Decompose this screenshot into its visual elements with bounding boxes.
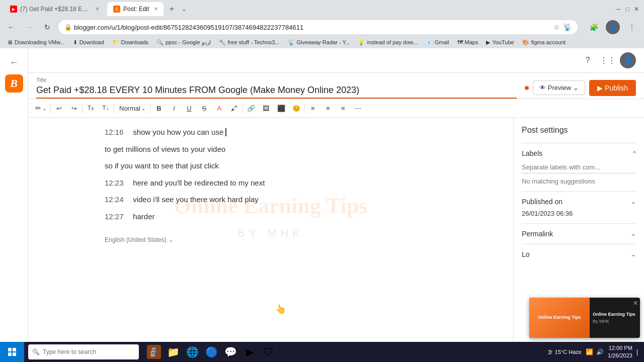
forward-button[interactable]: →: [22, 20, 36, 34]
published-section-header[interactable]: Published on ⌄: [522, 198, 636, 206]
lo-section-label: Lo: [522, 250, 530, 258]
profile-icon[interactable]: 👤: [606, 20, 620, 34]
bold-button[interactable]: B: [152, 101, 166, 115]
lo-section: Lo ⌄: [522, 244, 636, 264]
back-button[interactable]: ←: [4, 20, 18, 34]
emoji-button[interactable]: 😊: [289, 101, 303, 115]
list-bullet-button[interactable]: ≡: [321, 101, 335, 115]
bookmark-figma[interactable]: 🎨 figma account: [519, 38, 569, 47]
redo-button[interactable]: ↪: [67, 101, 81, 115]
post-title-input[interactable]: [36, 83, 517, 99]
undo-button[interactable]: ↩: [52, 101, 66, 115]
new-tab-button[interactable]: +: [166, 3, 178, 15]
minimize-button[interactable]: ─: [615, 6, 622, 13]
underline-button[interactable]: U: [182, 101, 196, 115]
video-channel-name: Online Earning Tips: [593, 312, 637, 318]
image-button[interactable]: 🖼: [259, 101, 273, 115]
taskbar-clock[interactable]: 12:00 PM 1/26/2023: [608, 344, 632, 360]
timestamp-4: 12:23: [105, 176, 131, 190]
volume-icon[interactable]: 🔊: [596, 348, 604, 355]
paragraph-style-dropdown[interactable]: Normal ⌄: [115, 104, 149, 113]
taskbar-search-icon: 🔍: [32, 348, 40, 355]
video-close-button[interactable]: ✕: [633, 300, 638, 307]
link-button[interactable]: 🔗: [244, 101, 258, 115]
bookmark-download[interactable]: ⬇ Download: [70, 38, 107, 47]
bookmark-vmware[interactable]: 🖥 Downloading VMw...: [4, 38, 68, 46]
labels-input[interactable]: [522, 161, 636, 173]
tab1-close[interactable]: ×: [96, 6, 99, 13]
video-channel-sub: By MHK: [593, 319, 637, 324]
maximize-button[interactable]: □: [624, 6, 631, 13]
blogger-logo[interactable]: B: [5, 74, 23, 93]
italic-button[interactable]: I: [167, 101, 181, 115]
help-icon[interactable]: ?: [580, 52, 596, 68]
tab-1[interactable]: ▶ (7) Get Paid +$28.18 EVERY 10 h... ×: [4, 2, 105, 16]
editor-toolbar: ✏⌄ ↩ ↪ Tx T↓ Normal ⌄ B I U S A 🖍: [28, 99, 644, 118]
taskbar-weather[interactable]: 🌫 15°C Haze: [547, 349, 582, 355]
bookmark-giveaway[interactable]: 📡 Giveaway Radar - Y...: [285, 38, 353, 47]
preview-dropdown-icon[interactable]: ⌄: [573, 84, 579, 92]
network-icon[interactable]: 📶: [586, 348, 593, 355]
close-button[interactable]: ✕: [633, 6, 640, 13]
bookmark-downloads[interactable]: 📁 Downloads: [109, 38, 151, 47]
apps-icon[interactable]: ⋮⋮: [600, 52, 616, 68]
editor-content[interactable]: Online Earning Tips BY MHK 12:16 show yo…: [105, 126, 437, 327]
lo-section-header[interactable]: Lo ⌄: [522, 250, 636, 258]
taskbar-app-edge[interactable]: 🌐: [183, 343, 201, 361]
extensions-icon[interactable]: 🧩: [586, 19, 602, 35]
publish-button[interactable]: ▶ Publish: [589, 80, 636, 96]
taskbar-app-security[interactable]: 🛡: [260, 343, 278, 361]
font-color-button[interactable]: A: [212, 101, 226, 115]
editor-line-1: 12:16 show you how you can use: [105, 126, 437, 139]
back-to-blog-button[interactable]: ←: [6, 54, 22, 70]
taskbar-app-whatsapp[interactable]: 💬: [221, 343, 239, 361]
taskbar-system-tray: 📶 🔊: [586, 348, 604, 355]
taskbar-app-files[interactable]: 📁: [164, 343, 182, 361]
taskbar-app-god[interactable]: 🗿: [145, 343, 163, 361]
bookmark-youtube[interactable]: ▶ YouTube: [483, 38, 517, 47]
bookmark-free-stuff[interactable]: 🔧 free stuff - Techno3...: [216, 38, 283, 47]
taskbar-files-icon: 📁: [167, 346, 180, 358]
tab2-close[interactable]: ×: [154, 6, 157, 13]
reload-button[interactable]: ↻: [40, 20, 54, 34]
language-indicator[interactable]: English (United States) ⌄: [105, 235, 437, 245]
taskbar-app-play[interactable]: ▶: [240, 343, 259, 361]
text-type-button[interactable]: T↓: [99, 101, 113, 115]
strikethrough-button[interactable]: S: [197, 101, 211, 115]
bookmark-gmail[interactable]: 📧 Gmail: [423, 38, 452, 47]
list-number-button[interactable]: ≡: [336, 101, 350, 115]
user-avatar[interactable]: 👤: [620, 52, 636, 68]
permalink-section-header[interactable]: Permalink ⌄: [522, 230, 636, 238]
tab-expand-button[interactable]: ⌄: [182, 6, 187, 13]
video-thumb-preview: Online Earning Tips: [529, 298, 590, 338]
bookmark-instead[interactable]: 💡 instead of pay dow...: [355, 38, 420, 47]
bookmark-maps[interactable]: 🗺 Maps: [454, 38, 481, 46]
line-6-text: harder: [133, 212, 154, 221]
text-format-button[interactable]: Tx: [84, 101, 98, 115]
line-1-text: show you how you can use: [133, 128, 225, 136]
format-paint-button[interactable]: ✏⌄: [32, 103, 49, 113]
address-bar[interactable]: 🔒 blogger.com/u/1/blog/post-edit/8675128…: [58, 20, 578, 34]
editor-scroll-area[interactable]: Online Earning Tips BY MHK 12:16 show yo…: [28, 118, 513, 342]
cast-icon[interactable]: 📡: [563, 23, 572, 31]
preview-button[interactable]: 👁 Preview ⌄: [533, 80, 585, 95]
editor-line-4: 12:23 here and you'll be redirected to m…: [105, 176, 437, 190]
taskbar-app-chrome[interactable]: 🔵: [202, 343, 220, 361]
start-button[interactable]: [0, 342, 24, 362]
more-options-button[interactable]: ⋯: [351, 101, 365, 115]
highlight-button[interactable]: 🖍: [227, 101, 242, 115]
toolbar-sep-3: [114, 103, 114, 113]
title-indicator-dot[interactable]: [525, 86, 529, 90]
align-button[interactable]: ≡: [306, 101, 320, 115]
show-desktop-button[interactable]: |: [636, 348, 638, 355]
video-button[interactable]: ⬛: [274, 101, 288, 115]
labels-section-header[interactable]: Labels ^: [522, 149, 636, 157]
bookmark-ppsc[interactable]: 🔍 ppsc - Google اردو: [153, 38, 214, 47]
taskbar-search-box[interactable]: 🔍: [28, 344, 139, 359]
video-thumbnail[interactable]: Online Earning Tips Online Earning Tips …: [529, 298, 640, 338]
permalink-chevron-icon: ⌄: [631, 230, 636, 237]
tab-2[interactable]: B Post: Edit ×: [107, 2, 164, 16]
bookmark-star-icon[interactable]: ☆: [553, 23, 560, 31]
taskbar-search-input[interactable]: [43, 348, 135, 355]
menu-icon[interactable]: ⋮: [624, 19, 640, 35]
